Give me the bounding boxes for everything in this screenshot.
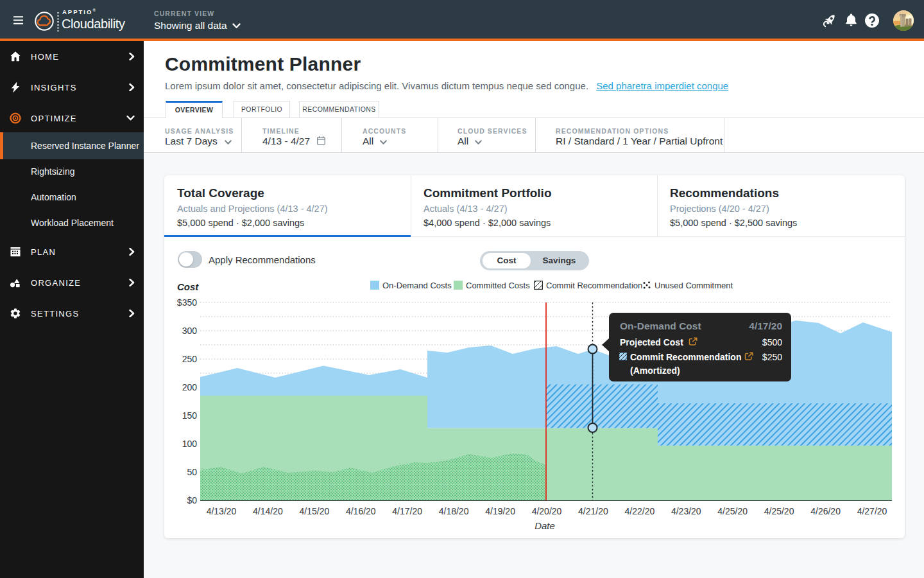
svg-text:4/17/20: 4/17/20 xyxy=(392,506,422,516)
svg-text:4/23/20: 4/23/20 xyxy=(671,506,701,516)
svg-text:4/25/20: 4/25/20 xyxy=(717,506,748,516)
svg-text:4/14/20: 4/14/20 xyxy=(253,506,283,516)
svg-text:4/25/20: 4/25/20 xyxy=(764,506,794,516)
svg-text:200: 200 xyxy=(182,382,198,392)
svg-text:4/22/20: 4/22/20 xyxy=(625,506,655,516)
svg-text:50: 50 xyxy=(187,467,197,477)
svg-text:$0: $0 xyxy=(187,495,197,505)
svg-text:4/27/20: 4/27/20 xyxy=(857,506,887,516)
svg-text:$350: $350 xyxy=(177,297,197,308)
svg-text:Date: Date xyxy=(535,520,555,531)
svg-text:4/18/20: 4/18/20 xyxy=(439,506,469,516)
svg-text:4/21/20: 4/21/20 xyxy=(578,506,608,516)
svg-text:150: 150 xyxy=(182,410,198,421)
svg-text:4/20/20: 4/20/20 xyxy=(532,506,562,516)
svg-text:250: 250 xyxy=(182,354,198,364)
svg-text:4/16/20: 4/16/20 xyxy=(346,506,376,516)
svg-text:4/13/20: 4/13/20 xyxy=(207,506,237,516)
svg-text:4/19/20: 4/19/20 xyxy=(485,506,515,516)
svg-text:100: 100 xyxy=(182,439,198,449)
svg-text:300: 300 xyxy=(182,326,198,336)
svg-text:4/26/20: 4/26/20 xyxy=(810,506,841,516)
svg-text:4/15/20: 4/15/20 xyxy=(300,506,330,516)
